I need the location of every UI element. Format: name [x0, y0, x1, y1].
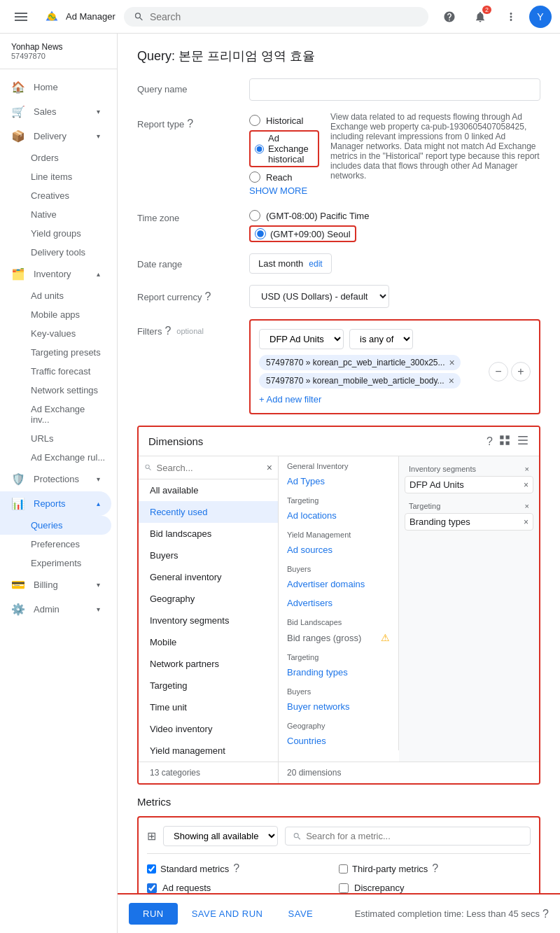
global-search[interactable]: [124, 7, 428, 27]
sidebar-sub-targetingpresets[interactable]: Targeting presets: [0, 343, 117, 362]
sidebar-sub-deliverytools[interactable]: Delivery tools: [0, 243, 117, 262]
metrics-filter-select[interactable]: Showing all available: [163, 826, 278, 846]
sidebar-sub-adunits[interactable]: Ad units: [0, 286, 117, 305]
dim-item-branding-types[interactable]: Branding types: [279, 663, 398, 682]
selected-item-branding-close[interactable]: ×: [524, 517, 528, 527]
sidebar-sub-native[interactable]: Native: [0, 205, 117, 224]
radio-adexchange[interactable]: Ad Exchange historical: [249, 130, 319, 167]
sidebar-item-reports[interactable]: 📊 Reports ▴: [0, 491, 111, 516]
currency-help-icon[interactable]: ?: [204, 290, 211, 303]
notifications-button[interactable]: 2: [468, 4, 493, 29]
radio-seoul[interactable]: (GMT+09:00) Seoul: [249, 225, 540, 242]
dim-cat-video-inventory[interactable]: Video inventory: [139, 718, 278, 740]
sidebar-sub-queries[interactable]: Queries: [0, 516, 111, 535]
show-more-button[interactable]: SHOW MORE: [249, 185, 307, 196]
dim-cat-buyers[interactable]: Buyers: [139, 545, 278, 566]
global-search-input[interactable]: [150, 11, 419, 22]
sidebar-sub-experiments[interactable]: Experiments: [0, 554, 117, 573]
dim-cat-bid-landscapes[interactable]: Bid landscapes: [139, 523, 278, 545]
dim-item-ad-sources[interactable]: Ad sources: [279, 540, 398, 559]
sidebar-sub-networksettings[interactable]: Network settings: [0, 381, 117, 400]
sidebar-sub-keyvalues[interactable]: Key-values: [0, 324, 117, 343]
dim-search-input[interactable]: [157, 463, 262, 473]
dim-cat-mobile[interactable]: Mobile: [139, 631, 278, 653]
billing-icon: 💳: [11, 578, 25, 591]
dim-cat-general-inventory[interactable]: General inventory: [139, 566, 278, 588]
radio-reach[interactable]: Reach: [249, 171, 319, 183]
dim-cat-targeting[interactable]: Targeting: [139, 675, 278, 696]
dim-group-yield-management: Yield management: [279, 525, 398, 540]
dim-cat-network-partners[interactable]: Network partners: [139, 653, 278, 675]
sidebar-sub-preferences[interactable]: Preferences: [0, 535, 117, 554]
run-button[interactable]: RUN: [129, 903, 178, 925]
help-button[interactable]: [437, 4, 462, 29]
sidebar-item-home[interactable]: 🏠 Home: [0, 75, 111, 99]
sidebar-item-billing[interactable]: 💳 Billing ▾: [0, 573, 111, 597]
third-party-metrics-help[interactable]: ?: [432, 862, 438, 875]
add-filter-button[interactable]: + Add new filter: [259, 394, 531, 405]
radio-pacific[interactable]: (GMT-08:00) Pacific Time: [249, 210, 540, 221]
dim-cat-recently-used[interactable]: Recently used: [139, 501, 278, 523]
sidebar-sub-trafficforecast[interactable]: Traffic forecast: [0, 362, 117, 381]
sidebar-sub-orders[interactable]: Orders: [0, 148, 117, 167]
dim-item-advertisers[interactable]: Advertisers: [279, 594, 398, 612]
filter-plus-button[interactable]: +: [511, 362, 531, 381]
filter-operator-select[interactable]: is any of: [349, 329, 413, 349]
save-and-run-button[interactable]: SAVE AND RUN: [181, 903, 274, 925]
report-type-help-icon[interactable]: ?: [187, 118, 193, 130]
metrics-search-input[interactable]: [306, 831, 523, 841]
save-button[interactable]: SAVE: [277, 903, 325, 925]
sidebar-sub-yieldgroups[interactable]: Yield groups: [0, 224, 117, 243]
dim-item-advertiser-domains[interactable]: Advertiser domains: [279, 575, 398, 594]
hamburger-button[interactable]: [8, 4, 34, 29]
standard-metrics-checkbox[interactable]: [147, 864, 156, 874]
selected-group-targeting-close[interactable]: ×: [525, 502, 529, 510]
dim-item-ad-types[interactable]: Ad Types: [279, 472, 398, 491]
dim-cat-time-unit[interactable]: Time unit: [139, 696, 278, 718]
dimensions-view-icon-2[interactable]: [517, 434, 529, 449]
sidebar-item-protections[interactable]: 🛡️ Protections ▾: [0, 467, 111, 491]
date-range-edit[interactable]: edit: [309, 259, 322, 269]
sidebar-item-sales[interactable]: 🛒 Sales ▾: [0, 99, 111, 124]
dim-search-clear[interactable]: ×: [267, 462, 272, 473]
sidebar-item-delivery[interactable]: 📦 Delivery ▾: [0, 124, 111, 148]
filter-minus-button[interactable]: −: [489, 362, 508, 381]
dim-cat-yield-management[interactable]: Yield management: [139, 740, 278, 762]
metric-discrepancy-checkbox[interactable]: [339, 883, 349, 893]
sidebar-sub-lineitems[interactable]: Line items: [0, 167, 117, 186]
selected-group-inventory-segments-close[interactable]: ×: [525, 465, 529, 473]
query-name-input[interactable]: 본문 프리미엄 영역 효율: [249, 78, 540, 101]
sidebar-item-inventory[interactable]: 🗂️ Inventory ▴: [0, 262, 111, 286]
radio-historical[interactable]: Historical: [249, 115, 319, 126]
estimated-time-help-icon[interactable]: ?: [542, 908, 549, 920]
standard-metrics-help[interactable]: ?: [233, 862, 239, 875]
sidebar-sub-adexchange-inv[interactable]: Ad Exchange inv...: [0, 400, 117, 429]
metric-ad-requests-checkbox[interactable]: [147, 883, 157, 893]
dimensions-view-icon-1[interactable]: [498, 434, 511, 449]
selected-item-dfp-close[interactable]: ×: [524, 480, 528, 490]
sidebar-sub-creatives[interactable]: Creatives: [0, 186, 117, 205]
dim-cat-inventory-segments[interactable]: Inventory segments: [139, 610, 278, 631]
dim-item-buyer-networks[interactable]: Buyer networks: [279, 697, 398, 716]
dim-cat-all-available[interactable]: All available: [139, 479, 278, 501]
user-avatar[interactable]: Y: [529, 6, 552, 28]
report-currency-select[interactable]: USD (US Dollars) - default: [249, 285, 389, 308]
sidebar-item-admin[interactable]: ⚙️ Admin ▾: [0, 597, 111, 622]
sidebar-sub-adexchange-rules[interactable]: Ad Exchange rul...: [0, 448, 117, 467]
third-party-metrics-checkbox[interactable]: [339, 864, 348, 874]
more-options-button[interactable]: [498, 4, 524, 29]
dim-item-ad-locations[interactable]: Ad locations: [279, 506, 398, 525]
dim-cat-geography[interactable]: Geography: [139, 588, 278, 610]
action-bar: RUN SAVE AND RUN SAVE Estimated completi…: [118, 893, 560, 933]
filter-tag-2-close[interactable]: ×: [449, 375, 454, 386]
sidebar-sub-mobileapps[interactable]: Mobile apps: [0, 305, 117, 324]
dimensions-help-icon[interactable]: ?: [486, 435, 493, 448]
dim-item-countries[interactable]: Countries: [279, 731, 398, 750]
sidebar-sub-urls[interactable]: URLs: [0, 429, 117, 448]
filters-help-icon[interactable]: ?: [164, 325, 171, 337]
dim-item-bid-ranges[interactable]: Bid ranges (gross) ⚠: [279, 628, 398, 647]
filter-tag-1-close[interactable]: ×: [449, 357, 455, 368]
metrics-title: Metrics: [137, 796, 540, 808]
filter-field-select[interactable]: DFP Ad Units: [259, 329, 344, 349]
dimensions-categories: × All available Recently used Bid landsc…: [139, 456, 279, 762]
